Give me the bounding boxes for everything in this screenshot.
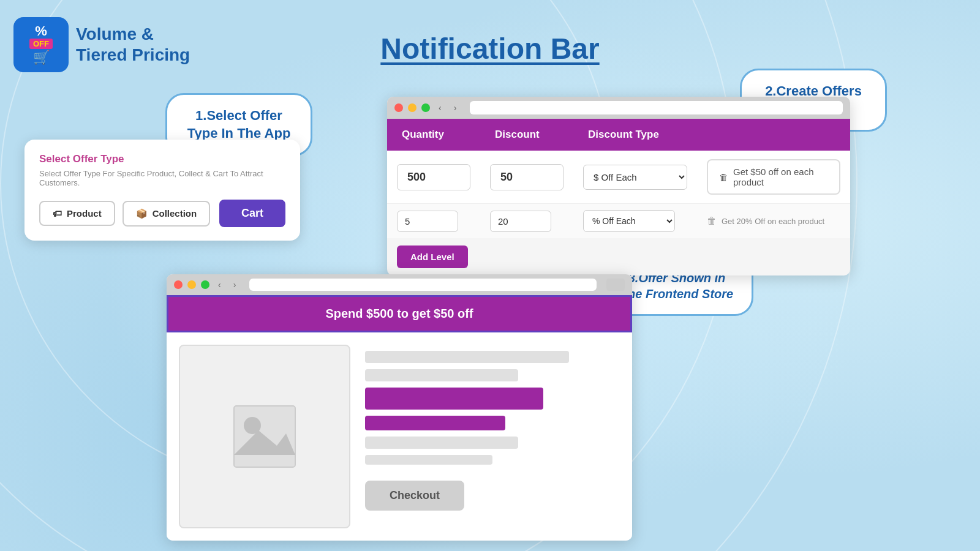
row2-description-text: Get 20% Off on each product bbox=[722, 217, 824, 226]
pricing-table: Quantity Discount Discount Type bbox=[387, 119, 850, 276]
app-browser-window: ‹ › Quantity Discount Discount Type bbox=[387, 97, 850, 276]
row1-desc-cell: 🗑 Get $50 off on each product bbox=[697, 151, 850, 204]
offer-type-card: Select Offer Type Select Offer Type For … bbox=[24, 140, 300, 241]
row1-discount-input[interactable] bbox=[490, 164, 564, 190]
add-level-button[interactable]: Add Level bbox=[397, 246, 468, 268]
product-icon: 🏷 bbox=[53, 208, 62, 219]
browser-back-btn[interactable]: ‹ bbox=[435, 102, 445, 114]
browser-bar-2: ‹ › bbox=[167, 274, 632, 295]
store-browser-forward-btn[interactable]: › bbox=[230, 279, 240, 291]
offer-type-description: Select Offer Type For Specific Product, … bbox=[39, 169, 285, 187]
add-level-row: Add Level bbox=[387, 238, 850, 276]
table-header: Quantity Discount Discount Type bbox=[387, 119, 850, 151]
row2-quantity-input[interactable] bbox=[397, 211, 458, 232]
row1-quantity-cell bbox=[387, 151, 480, 204]
header-discount-type: Discount Type bbox=[573, 119, 697, 151]
speech-bubble-1-text: 1.Select Offer Type In The App bbox=[186, 107, 292, 142]
collection-icon: 📦 bbox=[136, 208, 148, 219]
browser-dot-yellow bbox=[408, 103, 417, 112]
add-level-cell: Add Level bbox=[387, 238, 850, 276]
product-button[interactable]: 🏷 Product bbox=[39, 201, 115, 226]
delete-icon-1: 🗑 bbox=[719, 172, 728, 182]
browser-dot-green bbox=[421, 103, 430, 112]
product-price-placeholder bbox=[365, 388, 543, 410]
notification-bar: Spend $500 to get $50 off bbox=[167, 295, 632, 332]
store-browser-dot-yellow bbox=[187, 280, 196, 289]
browser-bar-1: ‹ › bbox=[387, 97, 850, 119]
browser-url-bar[interactable] bbox=[470, 101, 843, 114]
store-browser-window: ‹ › Spend $500 to get $50 off bbox=[167, 274, 632, 541]
store-url-bar[interactable] bbox=[249, 279, 597, 291]
row2-discount-cell bbox=[480, 204, 573, 239]
store-browser-back-btn[interactable]: ‹ bbox=[214, 279, 225, 291]
header-discount: Discount bbox=[480, 119, 573, 151]
cart-button[interactable]: Cart bbox=[219, 200, 285, 227]
table-row: % Off Each $ Off Each Fixed Price 🗑 Get … bbox=[387, 204, 850, 239]
logo-area: % OFF 🛒 Volume & Tiered Pricing bbox=[13, 17, 190, 72]
table-row: $ Off Each % Off Each Fixed Price 🗑 Get … bbox=[387, 151, 850, 204]
header-quantity: Quantity bbox=[387, 119, 480, 151]
logo-percent: % bbox=[35, 24, 47, 38]
browser-forward-btn[interactable]: › bbox=[450, 102, 461, 114]
notification-text: Spend $500 to get $50 off bbox=[325, 307, 473, 320]
logo-cart-icon: 🛒 bbox=[33, 50, 50, 66]
store-content: Checkout bbox=[167, 332, 632, 541]
store-browser-reload[interactable] bbox=[606, 279, 625, 291]
offer-type-title: Select Offer Type bbox=[39, 153, 285, 165]
product-image-placeholder bbox=[179, 345, 350, 528]
checkout-button[interactable]: Checkout bbox=[365, 481, 464, 511]
row2-quantity-cell bbox=[387, 204, 480, 239]
row1-discount-cell bbox=[480, 151, 573, 204]
store-browser-dot-green bbox=[201, 280, 209, 289]
product-title-placeholder bbox=[365, 351, 569, 363]
collection-button[interactable]: 📦 Collection bbox=[123, 201, 211, 227]
app-logo-icon: % OFF 🛒 bbox=[13, 17, 69, 72]
product-subtitle-placeholder bbox=[365, 369, 518, 381]
delete-icon-2: 🗑 bbox=[707, 216, 717, 227]
store-browser-dot-red bbox=[174, 280, 183, 289]
row2-discount-type-select[interactable]: % Off Each $ Off Each Fixed Price bbox=[583, 210, 675, 232]
logo-off: OFF bbox=[29, 39, 53, 49]
row1-description-badge: 🗑 Get $50 off on each product bbox=[707, 159, 840, 195]
header-description bbox=[697, 119, 850, 151]
row2-discount-input[interactable] bbox=[490, 211, 551, 232]
product-detail2-placeholder bbox=[365, 455, 492, 465]
row1-description-text: Get $50 off on each product bbox=[733, 167, 828, 187]
row1-type-cell: $ Off Each % Off Each Fixed Price bbox=[573, 151, 697, 204]
product-info: Checkout bbox=[365, 345, 620, 528]
product-variant-placeholder bbox=[365, 416, 505, 430]
row2-desc-cell: 🗑 Get 20% Off on each product bbox=[697, 204, 850, 239]
page-title: Notification Bar bbox=[380, 32, 599, 66]
offer-type-buttons: 🏷 Product 📦 Collection Cart bbox=[39, 200, 285, 227]
product-detail-placeholder bbox=[365, 437, 518, 449]
placeholder-image-icon bbox=[228, 400, 301, 473]
browser-dot-red bbox=[394, 103, 403, 112]
logo-text: Volume & Tiered Pricing bbox=[76, 24, 190, 65]
row1-quantity-input[interactable] bbox=[397, 164, 470, 190]
row1-discount-type-select[interactable]: $ Off Each % Off Each Fixed Price bbox=[583, 165, 687, 190]
row2-type-cell: % Off Each $ Off Each Fixed Price bbox=[573, 204, 697, 239]
